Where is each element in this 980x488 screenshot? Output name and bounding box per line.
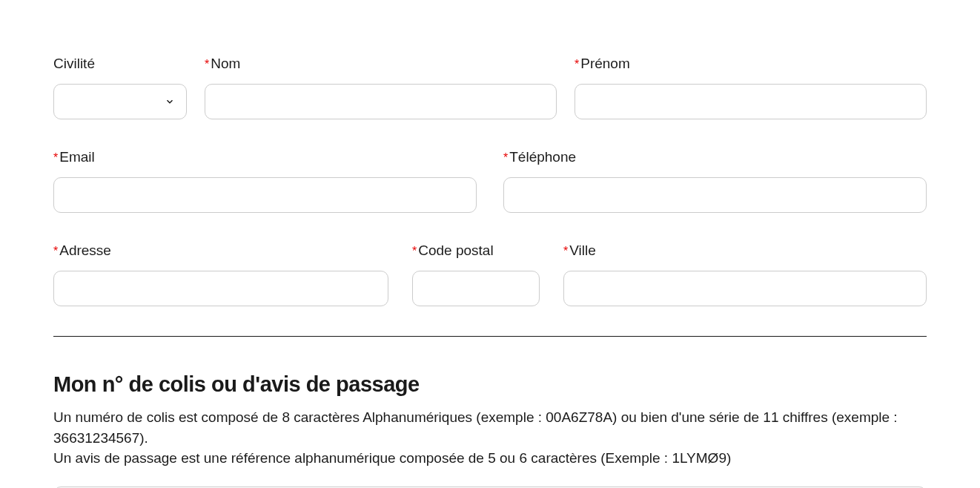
prenom-label-text: Prénom	[580, 56, 630, 72]
form-group-civilite: Civilité	[53, 56, 187, 119]
prenom-input[interactable]	[575, 84, 927, 119]
description-line-2: Un avis de passage est une référence alp…	[53, 450, 731, 466]
form-group-prenom: * Prénom	[575, 56, 927, 119]
required-marker: *	[563, 245, 568, 258]
form-group-ville: * Ville	[563, 243, 927, 306]
required-marker: *	[53, 245, 58, 258]
ville-label: * Ville	[563, 243, 927, 259]
adresse-input[interactable]	[53, 271, 388, 306]
civilite-label: Civilité	[53, 56, 187, 72]
nom-input[interactable]	[205, 84, 557, 119]
section-divider	[53, 336, 927, 337]
civilite-label-text: Civilité	[53, 56, 95, 72]
prenom-label: * Prénom	[575, 56, 927, 72]
description-line-1: Un numéro de colis est composé de 8 cara…	[53, 409, 898, 446]
adresse-label-text: Adresse	[59, 243, 111, 259]
nom-label-text: Nom	[211, 56, 240, 72]
form-row-2: * Email * Téléphone	[53, 149, 927, 213]
form-container: Civilité * Nom * Prénom	[0, 0, 980, 488]
form-row-1: Civilité * Nom * Prénom	[53, 56, 927, 119]
form-row-3: * Adresse * Code postal * Ville	[53, 243, 927, 306]
section-description: Un numéro de colis est composé de 8 cara…	[53, 407, 927, 469]
form-group-email: * Email	[53, 149, 477, 213]
section-title: Mon n° de colis ou d'avis de passage	[53, 372, 927, 397]
email-input[interactable]	[53, 177, 477, 213]
form-group-codepostal: * Code postal	[412, 243, 540, 306]
codepostal-input[interactable]	[412, 271, 540, 306]
nom-label: * Nom	[205, 56, 557, 72]
codepostal-label-text: Code postal	[418, 243, 493, 259]
required-marker: *	[205, 58, 209, 71]
civilite-select-wrapper	[53, 84, 187, 119]
form-group-adresse: * Adresse	[53, 243, 388, 306]
form-group-nom: * Nom	[205, 56, 557, 119]
telephone-input[interactable]	[503, 177, 927, 213]
required-marker: *	[53, 151, 58, 165]
codepostal-label: * Code postal	[412, 243, 540, 259]
email-label-text: Email	[59, 149, 95, 165]
form-group-telephone: * Téléphone	[503, 149, 927, 213]
telephone-label: * Téléphone	[503, 149, 927, 165]
required-marker: *	[412, 245, 417, 258]
adresse-label: * Adresse	[53, 243, 388, 259]
required-marker: *	[575, 58, 579, 71]
telephone-label-text: Téléphone	[509, 149, 576, 165]
required-marker: *	[503, 151, 508, 165]
civilite-select[interactable]	[53, 84, 187, 119]
ville-input[interactable]	[563, 271, 927, 306]
ville-label-text: Ville	[569, 243, 596, 259]
email-label: * Email	[53, 149, 477, 165]
